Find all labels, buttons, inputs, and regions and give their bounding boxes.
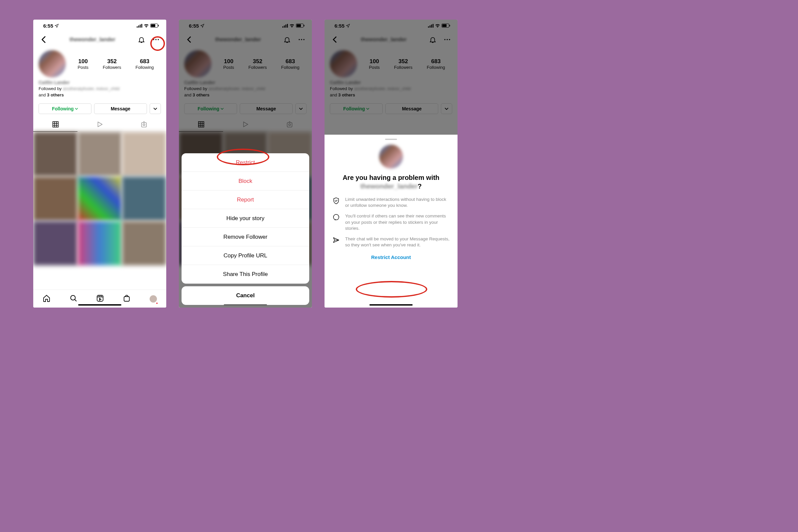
stat-posts[interactable]: 100 Posts — [77, 58, 89, 70]
tab-tagged[interactable] — [122, 117, 166, 132]
sheet-copy-url[interactable]: Copy Profile URL — [182, 246, 309, 265]
back-button[interactable] — [38, 34, 49, 45]
nav-profile[interactable] — [150, 295, 157, 303]
status-time: 6:55 — [43, 23, 53, 28]
stat-following[interactable]: 683 Following — [136, 58, 154, 70]
profile-avatar[interactable] — [39, 50, 66, 77]
sheet-cancel[interactable]: Cancel — [182, 286, 309, 305]
nav-reels[interactable] — [96, 294, 104, 304]
svg-rect-10 — [53, 122, 58, 127]
restrict-info-3: Their chat will be moved to your Message… — [332, 236, 450, 248]
home-indicator — [78, 304, 121, 306]
dots-icon — [153, 39, 159, 40]
shop-icon — [123, 294, 131, 302]
svg-point-13 — [71, 295, 75, 300]
reels-icon — [96, 294, 104, 302]
svg-point-12 — [143, 124, 145, 126]
home-icon — [42, 294, 51, 302]
profile-stats: 100 Posts 352 Followers 683 Following — [71, 58, 161, 70]
svg-point-8 — [155, 39, 157, 40]
posts-grid[interactable] — [33, 132, 166, 290]
send-icon — [332, 237, 340, 244]
svg-rect-0 — [137, 26, 138, 27]
wifi-icon — [144, 24, 149, 27]
display-name: Caitlin Lander — [39, 79, 70, 86]
header-username: thewonder_lander — [53, 37, 132, 42]
restrict-info-2: You'll control if others can see their n… — [332, 213, 450, 231]
svg-rect-1 — [138, 25, 139, 27]
action-sheet: Restrict Block Report Hide your story Re… — [182, 153, 309, 305]
profile-bio: Caitlin Lander Followed by anotheratyfos… — [33, 79, 166, 100]
play-icon — [96, 121, 103, 128]
sheet-share-profile[interactable]: Share This Profile — [182, 265, 309, 284]
sheet-avatar — [379, 145, 403, 169]
search-icon — [70, 294, 77, 302]
chevron-down-icon — [75, 107, 78, 110]
suggestions-button[interactable] — [150, 103, 161, 114]
cellular-icon — [137, 24, 142, 27]
restrict-title: Are you having a problem with thewonder_… — [332, 173, 450, 191]
comment-icon — [332, 214, 340, 221]
svg-point-39 — [334, 214, 339, 220]
nav-search[interactable] — [70, 294, 77, 304]
restrict-info-1: Limit unwanted interactions without havi… — [332, 196, 450, 208]
svg-point-9 — [158, 39, 159, 40]
location-icon — [55, 24, 59, 28]
status-bar: 6:55 — [33, 20, 166, 32]
svg-rect-3 — [141, 24, 142, 27]
shield-icon — [332, 197, 340, 205]
nav-avatar-icon — [150, 295, 157, 303]
tagged-icon — [140, 121, 148, 128]
profile-summary: 100 Posts 352 Followers 683 Following — [33, 48, 166, 79]
profile-header: thewonder_lander — [33, 32, 166, 48]
sheet-report[interactable]: Report — [182, 191, 309, 209]
nav-shop[interactable] — [123, 294, 131, 304]
sheet-hide-story[interactable]: Hide your story — [182, 209, 309, 228]
sheet-remove-follower[interactable]: Remove Follower — [182, 228, 309, 246]
home-indicator — [369, 304, 413, 306]
stat-followers[interactable]: 352 Followers — [103, 58, 121, 70]
svg-point-7 — [153, 39, 154, 40]
svg-rect-15 — [124, 297, 129, 301]
profile-tabs — [33, 117, 166, 132]
home-indicator — [224, 304, 267, 306]
sheet-restrict[interactable]: Restrict — [182, 153, 309, 172]
tab-grid[interactable] — [33, 117, 77, 132]
action-buttons: Following Message — [33, 100, 166, 117]
battery-icon — [150, 24, 159, 27]
modal-backdrop[interactable] — [324, 20, 457, 135]
phone-screen-2: 6:55 thewonder_lander 100Posts352Followe… — [179, 20, 312, 307]
grid-icon — [52, 121, 59, 128]
svg-rect-5 — [151, 24, 155, 27]
following-button[interactable]: Following — [39, 103, 92, 114]
svg-rect-11 — [141, 123, 147, 127]
message-button[interactable]: Message — [94, 103, 147, 114]
nav-home[interactable] — [42, 294, 51, 304]
restrict-account-button[interactable]: Restrict Account — [332, 254, 450, 260]
svg-rect-6 — [158, 25, 159, 26]
tab-reels[interactable] — [77, 117, 122, 132]
notifications-button[interactable] — [136, 34, 147, 45]
restrict-sheet: Are you having a problem with thewonder_… — [324, 135, 457, 307]
phone-screen-3: 6:55 thewonder_lander 100Posts352Followe… — [324, 20, 457, 307]
chevron-left-icon — [41, 36, 46, 43]
sheet-drag-handle[interactable] — [385, 139, 397, 140]
bell-icon — [138, 36, 145, 43]
svg-rect-14 — [97, 295, 103, 301]
svg-rect-2 — [140, 24, 141, 27]
more-options-button[interactable] — [150, 34, 162, 45]
phone-screen-1: 6:55 thewonder_lander 100 Posts — [33, 20, 166, 307]
chevron-down-icon — [153, 107, 157, 111]
sheet-block[interactable]: Block — [182, 172, 309, 191]
